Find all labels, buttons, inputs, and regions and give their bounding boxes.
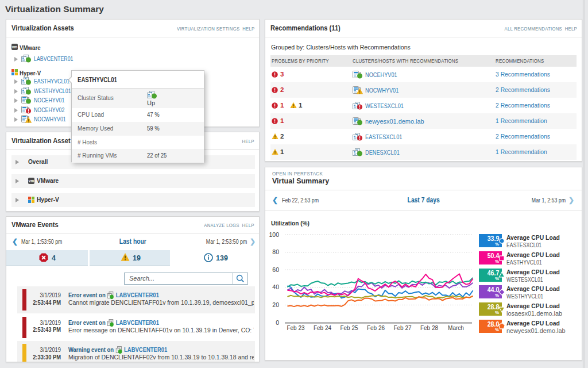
svg-text:20: 20 (272, 301, 279, 308)
svg-text:Feb 26: Feb 26 (367, 325, 385, 331)
svg-text:Feb 23: Feb 23 (287, 325, 305, 331)
svg-text:vm: vm (12, 45, 18, 49)
svg-text:vm: vm (29, 179, 34, 183)
svg-text:40: 40 (272, 283, 279, 290)
svg-text:Feb 28: Feb 28 (420, 325, 439, 331)
svg-text:Feb 25: Feb 25 (340, 325, 358, 331)
svg-text:100: 100 (269, 231, 279, 238)
svg-text:Feb 27: Feb 27 (393, 325, 412, 331)
svg-text:March: March (448, 325, 464, 331)
svg-text:0: 0 (276, 319, 279, 326)
svg-text:60: 60 (272, 266, 279, 273)
svg-text:80: 80 (272, 248, 279, 255)
svg-text:Feb 24: Feb 24 (314, 325, 332, 331)
